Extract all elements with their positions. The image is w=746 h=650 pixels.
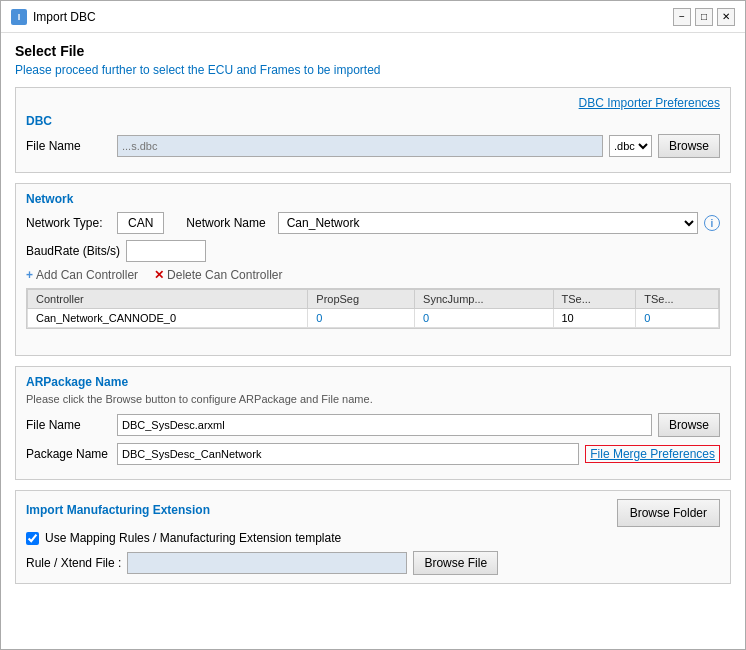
cell-tse2: 0 [636,309,719,328]
arpackage-file-label: File Name [26,418,111,432]
use-mapping-label: Use Mapping Rules / Manufacturing Extens… [45,531,341,545]
use-mapping-row: Use Mapping Rules / Manufacturing Extens… [26,531,720,545]
controller-table: Controller PropSeg SyncJump... TSe... TS… [27,289,719,328]
cross-icon: ✕ [154,268,164,282]
dbc-file-name-label: File Name [26,139,111,153]
browse-file-button[interactable]: Browse File [413,551,498,575]
info-icon[interactable]: i [704,215,720,231]
dbc-file-name-input[interactable] [117,135,603,157]
arpackage-pkg-input[interactable] [117,443,579,465]
arpackage-file-input[interactable] [117,414,652,436]
page-title: Select File [15,43,731,59]
import-section: Import Manufacturing Extension Browse Fo… [15,490,731,584]
arpackage-label: ARPackage Name [26,375,720,389]
plus-icon: + [26,268,33,282]
dbc-section: DBC Importer Preferences DBC File Name .… [15,87,731,173]
minimize-button[interactable]: − [673,8,691,26]
dbc-importer-preferences-row: DBC Importer Preferences [26,96,720,110]
col-propseg: PropSeg [308,290,415,309]
cell-controller: Can_Network_CANNODE_0 [28,309,308,328]
dbc-file-dropdown[interactable]: .dbc [609,135,652,157]
col-controller: Controller [28,290,308,309]
content-area: Select File Please proceed further to se… [1,33,745,649]
import-section-label: Import Manufacturing Extension [26,503,210,517]
controller-table-container: Controller PropSeg SyncJump... TSe... TS… [26,288,720,329]
page-subtitle: Please proceed further to select the ECU… [15,63,731,77]
delete-can-controller-link[interactable]: ✕ Delete Can Controller [154,268,282,282]
col-tse1: TSe... [553,290,636,309]
arpackage-subtitle: Please click the Browse button to config… [26,393,720,405]
network-type-name-row: Network Type: CAN Network Name Can_Netwo… [26,212,720,234]
controller-actions: + Add Can Controller ✕ Delete Can Contro… [26,268,720,282]
dbc-section-label: DBC [26,114,720,128]
cell-syncjump: 0 [415,309,553,328]
col-syncjump: SyncJump... [415,290,553,309]
network-type-label: Network Type: [26,216,111,230]
import-top-row: Import Manufacturing Extension Browse Fo… [26,499,720,527]
main-window: I Import DBC − □ ✕ Select File Please pr… [0,0,746,650]
cell-propseg: 0 [308,309,415,328]
rule-file-row: Rule / Xtend File : Browse File [26,551,720,575]
dbc-browse-button[interactable]: Browse [658,134,720,158]
cell-tse1: 10 [553,309,636,328]
baud-rate-row: BaudRate (Bits/s) [26,240,720,262]
arpackage-file-row: File Name Browse [26,413,720,437]
table-header-row: Controller PropSeg SyncJump... TSe... TS… [28,290,719,309]
network-section-label: Network [26,192,720,206]
maximize-button[interactable]: □ [695,8,713,26]
baud-rate-label: BaudRate (Bits/s) [26,244,120,258]
dbc-file-name-row: File Name .dbc Browse [26,134,720,158]
network-type-value: CAN [117,212,164,234]
file-merge-preferences-link[interactable]: File Merge Preferences [585,445,720,463]
network-section: Network Network Type: CAN Network Name C… [15,183,731,356]
add-can-controller-link[interactable]: + Add Can Controller [26,268,138,282]
use-mapping-checkbox[interactable] [26,532,39,545]
baud-rate-input[interactable] [126,240,206,262]
arpackage-section: ARPackage Name Please click the Browse b… [15,366,731,480]
arpackage-pkg-row: Package Name File Merge Preferences [26,443,720,465]
table-spacer [26,329,720,347]
title-bar: I Import DBC − □ ✕ [1,1,745,33]
network-name-select[interactable]: Can_Network [278,212,698,234]
col-tse2: TSe... [636,290,719,309]
rule-file-label: Rule / Xtend File : [26,556,121,570]
dbc-importer-preferences-link[interactable]: DBC Importer Preferences [579,96,720,110]
close-button[interactable]: ✕ [717,8,735,26]
table-row: Can_Network_CANNODE_0 0 0 10 0 [28,309,719,328]
window-title: Import DBC [33,10,96,24]
title-bar-left: I Import DBC [11,9,96,25]
window-icon: I [11,9,27,25]
title-bar-controls: − □ ✕ [673,8,735,26]
browse-folder-button[interactable]: Browse Folder [617,499,720,527]
arpackage-browse-button[interactable]: Browse [658,413,720,437]
network-name-label: Network Name [186,216,265,230]
rule-file-input[interactable] [127,552,407,574]
arpackage-pkg-label: Package Name [26,447,111,461]
